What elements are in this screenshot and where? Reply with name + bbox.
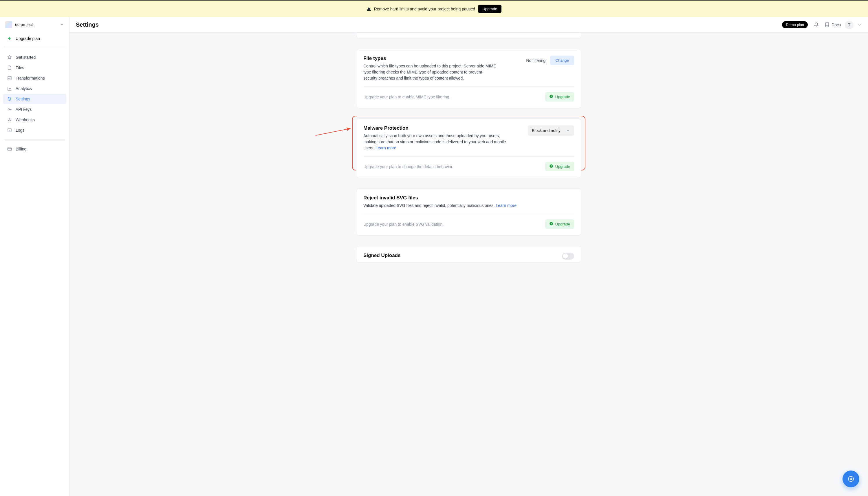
transform-icon xyxy=(7,76,12,80)
sidebar-item-api-keys[interactable]: API keys xyxy=(3,104,66,114)
docs-link[interactable]: Docs xyxy=(825,22,841,27)
card-description-text: Validate uploaded SVG files and reject i… xyxy=(363,203,496,208)
sidebar-item-get-started[interactable]: Get started xyxy=(3,52,66,62)
key-icon xyxy=(7,107,12,112)
arrow-up-circle-icon xyxy=(549,94,553,99)
sidebar-item-label: API keys xyxy=(16,107,32,112)
svg-point-20 xyxy=(850,478,852,480)
arrow-up-circle-icon xyxy=(549,222,553,227)
main-area: Settings Demo plan Docs T xyxy=(70,17,868,496)
card-description: Validate uploaded SVG files and reject i… xyxy=(363,203,537,208)
project-thumbnail xyxy=(5,21,12,28)
sidebar-item-transformations[interactable]: Transformations xyxy=(3,73,66,83)
sidebar-item-billing[interactable]: Billing xyxy=(3,144,66,154)
sidebar-item-logs[interactable]: Logs xyxy=(3,125,66,136)
warning-icon xyxy=(367,7,371,11)
svg-line-16 xyxy=(316,128,350,136)
bell-icon[interactable] xyxy=(812,20,821,29)
card-title: File types xyxy=(363,56,517,61)
upgrade-button[interactable]: Upgrade xyxy=(545,92,574,102)
card-description: Control which file types can be uploaded… xyxy=(363,63,497,81)
upgrade-button[interactable]: Upgrade xyxy=(545,162,574,171)
svg-point-9 xyxy=(8,120,9,121)
card-file-types: File types Control which file types can … xyxy=(356,49,581,108)
svg-point-7 xyxy=(9,100,10,101)
sidebar-item-label: Billing xyxy=(16,147,26,151)
sliders-icon xyxy=(7,97,12,101)
svg-point-10 xyxy=(11,120,11,121)
support-chat-button[interactable] xyxy=(842,470,859,487)
chevron-down-icon xyxy=(566,128,570,133)
upgrade-banner: Remove hard limits and avoid your projec… xyxy=(0,1,868,17)
sidebar-item-upgrade-plan[interactable]: Upgrade plan xyxy=(3,33,66,44)
upgrade-label: Upgrade xyxy=(555,95,570,99)
svg-point-6 xyxy=(10,99,11,99)
plan-badge[interactable]: Demo plan xyxy=(782,21,808,28)
upgrade-label: Upgrade xyxy=(555,222,570,226)
svg-point-8 xyxy=(8,109,10,110)
filtering-status: No filtering xyxy=(526,58,546,63)
svg-marker-0 xyxy=(7,55,11,59)
sidebar-item-label: Transformations xyxy=(16,76,45,80)
docs-label: Docs xyxy=(832,22,841,27)
sidebar-item-label: Settings xyxy=(16,97,30,101)
sidebar-item-settings[interactable]: Settings xyxy=(3,94,66,104)
banner-upgrade-button[interactable]: Upgrade xyxy=(478,5,501,13)
card-malware-protection: Malware Protection Automatically scan bo… xyxy=(356,119,581,178)
card-description: Automatically scan both your own assets … xyxy=(363,133,514,151)
topbar: Settings Demo plan Docs T xyxy=(70,17,868,33)
signed-uploads-toggle[interactable] xyxy=(562,253,574,260)
arrow-up-circle-icon xyxy=(549,164,553,169)
chevron-down-icon[interactable] xyxy=(857,23,862,27)
sidebar-item-analytics[interactable]: Analytics xyxy=(3,83,66,94)
sidebar-item-label: Upgrade plan xyxy=(16,36,40,41)
avatar[interactable]: T xyxy=(845,20,854,29)
learn-more-link[interactable]: Learn more xyxy=(496,203,517,208)
sidebar-item-label: Logs xyxy=(16,128,24,133)
page-title: Settings xyxy=(76,21,778,28)
upgrade-hint: Upgrade your plan to enable SVG validati… xyxy=(363,222,444,227)
svg-rect-12 xyxy=(8,129,11,132)
book-icon xyxy=(825,22,829,27)
sidebar-item-label: Analytics xyxy=(16,86,32,91)
change-button[interactable]: Change xyxy=(550,56,574,65)
upgrade-button[interactable]: Upgrade xyxy=(545,219,574,229)
lightning-icon xyxy=(7,36,12,41)
malware-mode-select[interactable]: Block and notify xyxy=(528,125,574,136)
sidebar-item-label: Webhooks xyxy=(16,118,35,122)
sidebar-item-label: Get started xyxy=(16,55,35,60)
banner-text: Remove hard limits and avoid your projec… xyxy=(374,7,475,11)
annotation-arrow xyxy=(316,127,353,138)
svg-point-11 xyxy=(9,118,10,119)
card-icon xyxy=(7,147,12,151)
card-title: Reject invalid SVG files xyxy=(363,195,574,201)
select-value: Block and notify xyxy=(532,128,561,133)
file-icon xyxy=(7,65,12,70)
svg-point-5 xyxy=(9,97,9,98)
sidebar-item-files[interactable]: Files xyxy=(3,62,66,73)
star-icon xyxy=(7,55,12,60)
project-name: uc-project xyxy=(15,22,57,27)
webhook-icon xyxy=(7,118,12,122)
upgrade-hint: Upgrade your plan to change the default … xyxy=(363,165,453,169)
upgrade-hint: Upgrade your plan to enable MIME type fi… xyxy=(363,95,450,99)
logs-icon xyxy=(7,128,12,133)
svg-rect-13 xyxy=(7,148,11,150)
toggle-knob xyxy=(563,253,568,259)
card-title: Signed Uploads xyxy=(363,253,553,259)
card-previous-partial xyxy=(356,33,581,38)
sidebar-divider xyxy=(4,139,65,140)
upgrade-label: Upgrade xyxy=(555,165,570,169)
project-switcher[interactable]: uc-project xyxy=(0,17,69,32)
sidebar-item-label: Files xyxy=(16,65,24,70)
card-title: Malware Protection xyxy=(363,125,519,131)
sidebar: uc-project Upgrade plan Get started xyxy=(0,17,70,496)
content-scroll[interactable]: File types Control which file types can … xyxy=(70,33,868,496)
avatar-initial: T xyxy=(848,22,851,27)
sidebar-item-webhooks[interactable]: Webhooks xyxy=(3,114,66,125)
learn-more-link[interactable]: Learn more xyxy=(376,145,396,150)
svg-rect-1 xyxy=(8,76,11,80)
card-signed-uploads: Signed Uploads xyxy=(356,246,581,263)
chevron-down-icon xyxy=(60,22,64,27)
sidebar-divider xyxy=(4,48,65,48)
